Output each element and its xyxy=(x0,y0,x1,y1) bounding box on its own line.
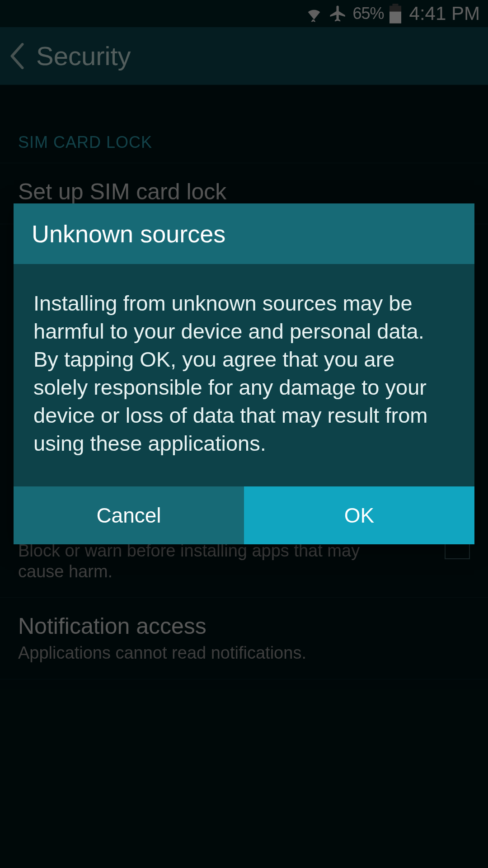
dialog-title: Unknown sources xyxy=(32,220,456,248)
battery-icon xyxy=(389,4,401,24)
dialog-body: Installing from unknown sources may be h… xyxy=(14,264,474,486)
dialog-message: Installing from unknown sources may be h… xyxy=(33,289,455,458)
setting-notification-access[interactable]: Notification access Applications cannot … xyxy=(0,598,488,679)
setting-subtext: Block or warn before installing apps tha… xyxy=(18,541,389,582)
dialog-unknown-sources: Unknown sources Installing from unknown … xyxy=(14,203,474,544)
setting-subtext: Applications cannot read notifications. xyxy=(18,643,389,664)
wifi-icon xyxy=(305,5,323,23)
ok-button[interactable]: OK xyxy=(244,486,474,544)
cancel-button[interactable]: Cancel xyxy=(14,486,244,544)
setting-label: Notification access xyxy=(18,613,470,639)
status-time: 4:41 PM xyxy=(409,3,480,24)
svg-rect-2 xyxy=(392,4,398,5)
airplane-mode-icon xyxy=(328,4,347,23)
page-title: Security xyxy=(36,41,131,71)
setting-label: Set up SIM card lock xyxy=(18,179,470,205)
status-bar: 65% 4:41 PM xyxy=(0,0,488,27)
dialog-header: Unknown sources xyxy=(14,203,474,264)
app-header: Security xyxy=(0,27,488,85)
section-header-sim: SIM CARD LOCK xyxy=(0,112,488,163)
back-icon[interactable] xyxy=(9,43,36,69)
battery-percent: 65% xyxy=(353,4,384,23)
dialog-actions: Cancel OK xyxy=(14,486,474,544)
svg-rect-1 xyxy=(389,12,401,24)
